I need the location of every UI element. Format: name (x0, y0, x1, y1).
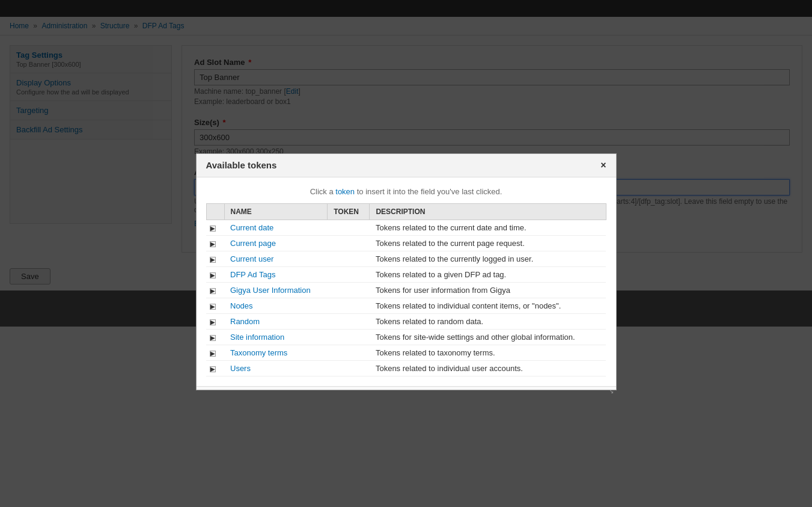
token-description-cell: Tokens related to the currently logged i… (370, 251, 606, 266)
expand-icon-3[interactable]: ▶ (210, 272, 216, 278)
modal-body: Click a token to insert it into the fiel… (197, 177, 616, 327)
token-description-cell: Tokens related to random data. (370, 313, 606, 327)
token-row[interactable]: ▶ Random Tokens related to random data. (206, 313, 606, 327)
token-description-cell: Tokens related to the current page reque… (370, 235, 606, 251)
modal-dialog: Available tokens × Click a token to inse… (196, 153, 617, 327)
token-name-cell[interactable]: Nodes (224, 298, 328, 313)
token-expand-icon[interactable]: ▶ (206, 266, 224, 282)
modal-instruction: Click a token to insert it into the fiel… (206, 187, 606, 196)
token-token-cell (328, 251, 370, 266)
token-token-cell (328, 266, 370, 282)
modal-overlay[interactable]: Available tokens × Click a token to inse… (0, 0, 812, 327)
modal-title: Available tokens (206, 160, 277, 170)
token-row[interactable]: ▶ Nodes Tokens related to individual con… (206, 298, 606, 313)
token-description-cell: Tokens related to the current date and t… (370, 220, 606, 235)
token-name-cell[interactable]: Current user (224, 251, 328, 266)
expand-icon-6[interactable]: ▶ (210, 319, 216, 325)
modal-close-button[interactable]: × (600, 160, 606, 171)
token-name-cell[interactable]: DFP Ad Tags (224, 266, 328, 282)
token-table-header-expand (206, 203, 224, 220)
token-expand-icon[interactable]: ▶ (206, 220, 224, 235)
token-description-cell: Tokens related to individual content ite… (370, 298, 606, 313)
token-row[interactable]: ▶ DFP Ad Tags Tokens related to a given … (206, 266, 606, 282)
expand-icon-5[interactable]: ▶ (210, 304, 216, 310)
modal-header: Available tokens × (197, 154, 616, 177)
modal-instruction-highlight: token (335, 187, 355, 196)
token-expand-icon[interactable]: ▶ (206, 251, 224, 266)
token-table-body: ▶ Current date Tokens related to the cur… (206, 220, 606, 327)
token-token-cell (328, 282, 370, 298)
token-table-header-token: TOKEN (328, 203, 370, 220)
token-name-cell[interactable]: Current page (224, 235, 328, 251)
expand-icon-0[interactable]: ▶ (210, 226, 216, 232)
token-token-cell (328, 313, 370, 327)
token-name-cell[interactable]: Gigya User Information (224, 282, 328, 298)
token-expand-icon[interactable]: ▶ (206, 298, 224, 313)
token-row[interactable]: ▶ Current user Tokens related to the cur… (206, 251, 606, 266)
token-token-cell (328, 235, 370, 251)
token-table-header-description: DESCRIPTION (370, 203, 606, 220)
token-expand-icon[interactable]: ▶ (206, 313, 224, 327)
expand-icon-4[interactable]: ▶ (210, 288, 216, 294)
token-row[interactable]: ▶ Gigya User Information Tokens for user… (206, 282, 606, 298)
token-expand-icon[interactable]: ▶ (206, 235, 224, 251)
token-name-cell[interactable]: Random (224, 313, 328, 327)
token-description-cell: Tokens for user information from Gigya (370, 282, 606, 298)
token-description-cell: Tokens related to a given DFP ad tag. (370, 266, 606, 282)
token-row[interactable]: ▶ Current page Tokens related to the cur… (206, 235, 606, 251)
token-expand-icon[interactable]: ▶ (206, 282, 224, 298)
token-table-header-name: NAME (224, 203, 328, 220)
expand-icon-1[interactable]: ▶ (210, 241, 216, 247)
token-token-cell (328, 220, 370, 235)
token-token-cell (328, 298, 370, 313)
token-table: NAME TOKEN DESCRIPTION ▶ Current date To… (206, 203, 606, 327)
token-name-cell[interactable]: Current date (224, 220, 328, 235)
expand-icon-2[interactable]: ▶ (210, 257, 216, 263)
token-row[interactable]: ▶ Current date Tokens related to the cur… (206, 220, 606, 235)
